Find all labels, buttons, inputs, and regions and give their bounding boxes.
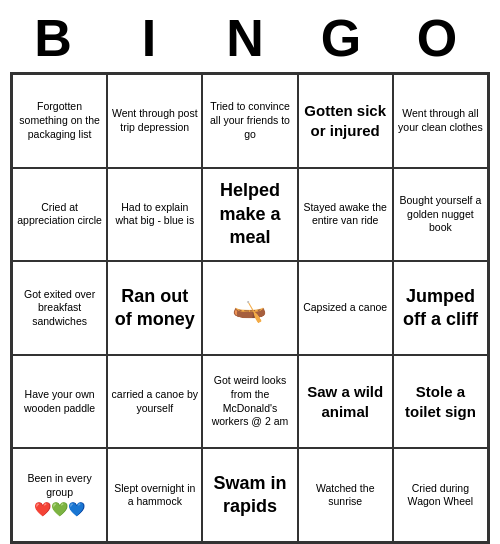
bingo-title: B I N G O	[10, 0, 490, 72]
cell-r2c0: Got exited over breakfast sandwiches	[12, 261, 107, 355]
cell-r1c4: Bought yourself a golden nugget book	[393, 168, 488, 262]
cell-r2c4: Jumped off a cliff	[393, 261, 488, 355]
cell-r3c1: carried a canoe by yourself	[107, 355, 202, 449]
cell-r1c0: Cried at appreciation circle	[12, 168, 107, 262]
title-g: G	[306, 8, 386, 68]
cell-r3c3: Saw a wild animal	[298, 355, 393, 449]
bingo-grid: Forgotten something on the packaging lis…	[10, 72, 490, 544]
cell-r1c3: Stayed awake the entire van ride	[298, 168, 393, 262]
cell-r0c0: Forgotten something on the packaging lis…	[12, 74, 107, 168]
cell-r4c3: Watched the sunrise	[298, 448, 393, 542]
cell-r0c3: Gotten sick or injured	[298, 74, 393, 168]
title-b: B	[18, 8, 98, 68]
cell-r2c1: Ran out of money	[107, 261, 202, 355]
cell-r4c4: Cried during Wagon Wheel	[393, 448, 488, 542]
cell-r4c0: Been in every group❤️💚💙	[12, 448, 107, 542]
cell-r0c2: Tried to convince all your friends to go	[202, 74, 297, 168]
title-n: N	[210, 8, 290, 68]
cell-r3c2: Got weird looks from the McDonald's work…	[202, 355, 297, 449]
cell-r1c1: Had to explain what big - blue is	[107, 168, 202, 262]
cell-r4c2: Swam in rapids	[202, 448, 297, 542]
title-i: I	[114, 8, 194, 68]
cell-r1c2: Helped make a meal	[202, 168, 297, 262]
cell-r2c3: Capsized a canoe	[298, 261, 393, 355]
cell-r2c2: 🛶	[202, 261, 297, 355]
cell-r3c0: Have your own wooden paddle	[12, 355, 107, 449]
title-o: O	[402, 8, 482, 68]
cell-r4c1: Slept overnight in a hammock	[107, 448, 202, 542]
cell-r0c1: Went through post trip depression	[107, 74, 202, 168]
cell-r0c4: Went through all your clean clothes	[393, 74, 488, 168]
cell-r3c4: Stole a toilet sign	[393, 355, 488, 449]
